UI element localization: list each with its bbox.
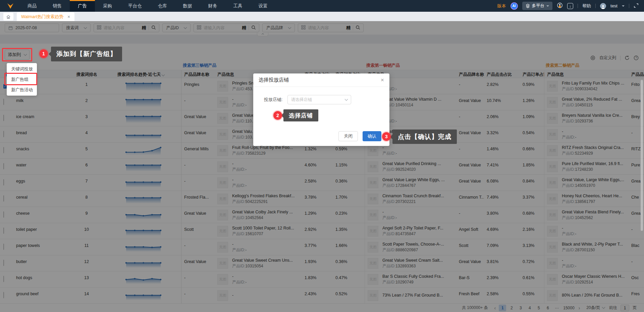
nav-item-2[interactable]: 广告 [70,0,95,12]
tab-bar: Walmart热门搜索趋势 × [0,12,644,21]
app-logo-icon [7,3,14,9]
close-button[interactable]: 关闭 [338,131,358,141]
chevron-down-icon [344,97,348,101]
divider [578,4,578,8]
modal-title: 选择投放店铺 [259,77,289,83]
platform-label: 多平台 [532,3,545,9]
shop-select-placeholder: 请选择店铺 [291,97,312,103]
select-shop-modal: 选择投放店铺 × 投放店铺: 请选择店铺 关闭 确认 [253,73,389,146]
top-nav: 商品销售广告采购平台仓仓库数据财务工具设置 版本 AI 多平台 ↓ 帮助 tes… [0,0,644,12]
nav-item-5[interactable]: 仓库 [150,0,175,12]
divider [595,4,596,8]
home-icon [6,14,11,19]
download-icon[interactable]: ↓ [567,3,573,9]
home-tab-button[interactable] [3,13,13,20]
support-icon[interactable] [557,2,563,9]
platform-switch-button[interactable]: 多平台 [522,2,553,10]
version-link[interactable]: 版本 [497,3,506,9]
annotation-tooltip-1: 添加到【新广告组】 [51,47,122,61]
modal-mask [0,21,644,312]
layers-icon [526,4,530,8]
tab-label: Walmart热门搜索趋势 [21,14,63,20]
shop-field-label: 投放店铺: [264,97,283,103]
nav-item-9[interactable]: 设置 [251,0,276,12]
confirm-button[interactable]: 确认 [363,131,381,141]
modal-footer: 关闭 确认 [338,131,381,141]
vertical-scrollbar[interactable] [641,80,643,231]
chevron-down-icon [622,5,625,8]
nav-item-4[interactable]: 平台仓 [120,0,150,12]
nav-right: 版本 AI 多平台 ↓ 帮助 test [497,2,644,10]
annotation-box-new-ad-group [4,73,37,85]
annotation-box-add-to [2,48,32,61]
nav-item-6[interactable]: 数据 [175,0,200,12]
ai-icon[interactable]: AI [511,2,518,10]
fullscreen-icon[interactable] [634,3,639,9]
close-icon[interactable]: × [67,14,70,19]
nav-item-0[interactable]: 商品 [19,0,45,12]
annotation-tooltip-3: 点击【确认】完成 [392,129,457,144]
help-link[interactable]: 帮助 [582,3,591,9]
annotation-tooltip-2: 选择店铺 [283,109,318,121]
avatar [600,3,606,9]
divider [629,4,629,8]
annotation-badge-2: 2 [273,111,282,120]
tab-walmart-trends[interactable]: Walmart热门搜索趋势 × [17,12,74,21]
chevron-down-icon [546,5,549,8]
modal-header: 选择投放店铺 × [253,73,389,87]
annotation-badge-3: 3 [382,132,391,141]
nav-item-3[interactable]: 采购 [95,0,120,12]
close-icon[interactable]: × [381,77,384,84]
nav-item-1[interactable]: 销售 [45,0,70,12]
user-menu[interactable]: test [610,3,618,8]
annotation-badge-1: 1 [39,49,48,58]
modal-body: 投放店铺: 请选择店铺 [253,87,389,104]
shop-select[interactable]: 请选择店铺 [287,95,351,104]
nav-items: 商品销售广告采购平台仓仓库数据财务工具设置 [19,0,276,12]
nav-item-7[interactable]: 财务 [200,0,225,12]
nav-item-8[interactable]: 工具 [225,0,251,12]
menu-item-2[interactable]: 新广告活动 [7,85,37,95]
